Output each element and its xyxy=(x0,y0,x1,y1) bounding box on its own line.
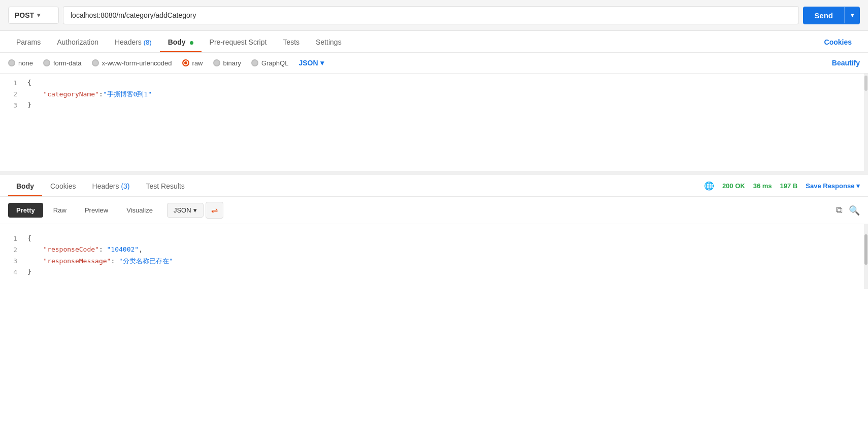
response-time: 36 ms xyxy=(753,182,772,190)
radio-form-data xyxy=(43,59,50,66)
subtab-preview[interactable]: Preview xyxy=(77,203,116,218)
response-headers-badge: (3) xyxy=(121,182,129,190)
save-response-button[interactable]: Save Response ▾ xyxy=(806,182,860,190)
method-chevron-icon: ▾ xyxy=(37,12,40,19)
option-urlencoded[interactable]: x-www-form-urlencoded xyxy=(92,59,172,67)
tab-settings[interactable]: Settings xyxy=(308,31,350,52)
resp-content-3: "responseMessage": "分类名称已存在" xyxy=(25,257,868,266)
code-line-1: 1 { xyxy=(0,79,868,90)
tab-tests[interactable]: Tests xyxy=(275,31,308,52)
body-options: none form-data x-www-form-urlencoded raw… xyxy=(0,53,868,74)
wrap-icon: ⇌ xyxy=(211,206,218,215)
headers-badge: (8) xyxy=(144,39,152,46)
radio-graphql xyxy=(251,59,258,66)
beautify-button[interactable]: Beautify xyxy=(832,59,860,67)
response-scroll-thumb xyxy=(864,234,867,265)
resp-line-num-4: 4 xyxy=(0,268,25,276)
json-dropdown[interactable]: JSON ▾ xyxy=(298,59,323,67)
response-tab-cookies[interactable]: Cookies xyxy=(42,175,84,196)
radio-binary xyxy=(213,59,220,66)
radio-none xyxy=(8,59,15,66)
radio-raw xyxy=(182,59,189,66)
subtab-pretty[interactable]: Pretty xyxy=(8,203,43,218)
code-line-2: 2 "categoryName":"手撕博客0到1" xyxy=(0,90,868,101)
line-content-2: "categoryName":"手撕博客0到1" xyxy=(25,90,868,99)
response-tab-testresults[interactable]: Test Results xyxy=(138,175,193,196)
scroll-thumb xyxy=(864,76,867,91)
tab-params[interactable]: Params xyxy=(8,31,49,52)
response-tabs-row: Body Cookies Headers (3) Test Results 🌐 … xyxy=(0,175,868,197)
code-lines: 1 { 2 "categoryName":"手撕博客0到1" 3 } xyxy=(0,74,868,117)
url-bar: POST ▾ Send ▾ xyxy=(0,0,868,31)
json-chevron-icon: ▾ xyxy=(320,59,324,67)
response-scrollbar[interactable] xyxy=(864,224,868,289)
line-num-1: 1 xyxy=(0,79,25,87)
globe-icon: 🌐 xyxy=(704,181,714,191)
resp-line-num-3: 3 xyxy=(0,257,25,265)
send-label: Send xyxy=(803,7,844,24)
line-content-3: } xyxy=(25,101,868,109)
resp-line-1: 1 { xyxy=(0,234,868,245)
option-binary[interactable]: binary xyxy=(213,59,241,67)
wrap-button[interactable]: ⇌ xyxy=(206,202,223,219)
response-subtabs: Pretty Raw Preview Visualize JSON ▾ ⇌ ⧉ … xyxy=(0,197,868,224)
response-json-select[interactable]: JSON ▾ xyxy=(167,203,204,218)
resp-content-4: } xyxy=(25,268,868,275)
send-button[interactable]: Send ▾ xyxy=(803,7,860,24)
subtab-visualize[interactable]: Visualize xyxy=(118,203,161,218)
resp-line-4: 4 } xyxy=(0,268,868,279)
resp-content-1: { xyxy=(25,234,868,242)
option-graphql[interactable]: GraphQL xyxy=(251,59,288,67)
resp-line-num-1: 1 xyxy=(0,234,25,242)
tab-body[interactable]: Body xyxy=(160,31,202,52)
json-format-chevron: ▾ xyxy=(193,206,197,214)
request-code-editor[interactable]: 1 { 2 "categoryName":"手撕博客0到1" 3 } xyxy=(0,74,868,175)
status-code: 200 OK xyxy=(722,182,745,190)
radio-urlencoded xyxy=(92,59,99,66)
option-form-data[interactable]: form-data xyxy=(43,59,82,67)
method-select[interactable]: POST ▾ xyxy=(8,7,59,24)
code-line-3: 3 } xyxy=(0,101,868,112)
response-code-area: 1 { 2 "responseCode": "104002", 3 "respo… xyxy=(0,224,868,289)
option-raw[interactable]: raw xyxy=(182,59,203,67)
line-num-3: 3 xyxy=(0,101,25,109)
save-response-chevron: ▾ xyxy=(856,182,860,190)
line-content-1: { xyxy=(25,79,868,86)
response-size: 197 B xyxy=(780,182,798,190)
send-chevron-icon: ▾ xyxy=(844,7,860,23)
response-meta: 🌐 200 OK 36 ms 197 B Save Response ▾ xyxy=(704,181,860,191)
request-tabs: Params Authorization Headers (8) Body Pr… xyxy=(0,31,868,53)
tab-headers[interactable]: Headers (8) xyxy=(107,31,160,52)
line-num-2: 2 xyxy=(0,90,25,98)
search-icon[interactable]: 🔍 xyxy=(849,205,860,216)
tab-cookies[interactable]: Cookies xyxy=(816,31,860,52)
request-scrollbar[interactable] xyxy=(864,74,868,171)
resp-line-num-2: 2 xyxy=(0,245,25,254)
url-input[interactable] xyxy=(63,6,799,24)
response-code-lines: 1 { 2 "responseCode": "104002", 3 "respo… xyxy=(0,229,868,284)
resp-line-3: 3 "responseMessage": "分类名称已存在" xyxy=(0,257,868,268)
tab-authorization[interactable]: Authorization xyxy=(49,31,107,52)
resp-content-2: "responseCode": "104002", xyxy=(25,245,868,253)
subtab-raw[interactable]: Raw xyxy=(45,203,75,218)
response-tab-body[interactable]: Body xyxy=(8,175,42,196)
copy-icon[interactable]: ⧉ xyxy=(836,205,843,216)
tab-prerequest[interactable]: Pre-request Script xyxy=(202,31,275,52)
response-section: Body Cookies Headers (3) Test Results 🌐 … xyxy=(0,175,868,289)
response-actions: ⧉ 🔍 xyxy=(836,205,860,216)
option-none[interactable]: none xyxy=(8,59,33,67)
response-tab-headers[interactable]: Headers (3) xyxy=(84,175,138,196)
method-label: POST xyxy=(15,11,34,19)
resp-line-2: 2 "responseCode": "104002", xyxy=(0,245,868,257)
body-dot xyxy=(190,41,193,45)
